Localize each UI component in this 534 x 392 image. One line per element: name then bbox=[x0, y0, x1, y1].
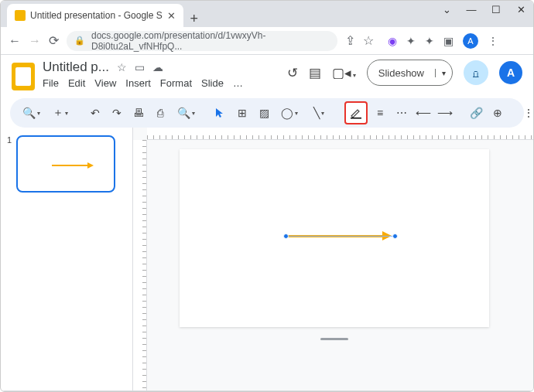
line-dash-button[interactable]: ⋯ bbox=[392, 103, 411, 123]
app-header: Untitled p... ☆ ▭ ☁ File Edit View Inser… bbox=[1, 55, 533, 90]
window-controls: ⌄ — ☐ ✕ bbox=[439, 4, 529, 15]
back-icon[interactable]: ← bbox=[9, 34, 21, 48]
menu-format[interactable]: Format bbox=[160, 77, 192, 89]
share-button[interactable]: ⩍ bbox=[464, 60, 488, 85]
slides-logo-icon[interactable] bbox=[12, 63, 35, 90]
print-button[interactable]: 🖶 bbox=[129, 103, 148, 123]
document-title[interactable]: Untitled p... bbox=[43, 60, 109, 75]
menu-file[interactable]: File bbox=[43, 77, 59, 89]
meet-video-icon[interactable]: ▢◂▾ bbox=[332, 65, 356, 81]
slideshow-label: Slideshow bbox=[368, 67, 435, 79]
slides-favicon bbox=[15, 10, 26, 21]
select-tool-button[interactable] bbox=[211, 103, 230, 123]
star-icon[interactable]: ☆ bbox=[117, 61, 127, 73]
minimize-icon[interactable]: — bbox=[464, 4, 479, 15]
menu-more[interactable]: … bbox=[233, 77, 243, 89]
selection-handle-start[interactable] bbox=[283, 233, 289, 239]
account-avatar[interactable]: A bbox=[499, 61, 522, 84]
notes-resize-handle[interactable] bbox=[320, 338, 348, 340]
forward-icon[interactable]: → bbox=[29, 34, 41, 48]
redo-button[interactable]: ↷ bbox=[108, 103, 126, 123]
slide-canvas[interactable] bbox=[180, 149, 489, 327]
extension-icon[interactable]: ✦ bbox=[406, 35, 416, 47]
extension-box-icon[interactable]: ▣ bbox=[443, 35, 454, 47]
share-url-icon[interactable]: ⇪ bbox=[345, 33, 355, 48]
arrow-shape-selected[interactable] bbox=[283, 233, 398, 239]
slideshow-button[interactable]: Slideshow ▾ bbox=[367, 60, 453, 86]
move-folder-icon[interactable]: ▭ bbox=[135, 61, 145, 73]
workspace: 1 bbox=[1, 128, 533, 390]
undo-button[interactable]: ↶ bbox=[86, 103, 104, 123]
svg-rect-0 bbox=[351, 118, 361, 119]
line-end-button[interactable]: ⟶ bbox=[436, 103, 454, 123]
canvas-area bbox=[132, 128, 533, 390]
cloud-status-icon[interactable]: ☁ bbox=[152, 61, 163, 73]
bookmark-icon[interactable]: ☆ bbox=[363, 33, 374, 48]
browser-menu-icon[interactable]: ⋮ bbox=[488, 35, 498, 47]
browser-tab[interactable]: Untitled presentation - Google S ✕ bbox=[7, 4, 183, 27]
more-tools-button[interactable]: ⋮ bbox=[519, 103, 534, 123]
chevron-down-icon[interactable]: ⌄ bbox=[439, 4, 454, 15]
zoom-button[interactable]: 🔍▾ bbox=[173, 103, 199, 123]
text-box-button[interactable]: ⊞ bbox=[233, 103, 252, 123]
selection-line bbox=[286, 236, 395, 237]
close-window-icon[interactable]: ✕ bbox=[513, 4, 529, 15]
insert-comment-button[interactable]: ⊕ bbox=[488, 103, 507, 123]
selection-handle-end[interactable] bbox=[392, 233, 398, 239]
history-icon[interactable]: ↺ bbox=[287, 65, 298, 81]
address-bar: ← → ⟳ 🔒 docs.google.com/presentation/d/1… bbox=[1, 27, 533, 55]
image-button[interactable]: ▨ bbox=[255, 103, 273, 123]
thumbnail-arrow-shape bbox=[52, 165, 89, 166]
extensions-puzzle-icon[interactable]: ✦ bbox=[425, 35, 434, 47]
lock-icon: 🔒 bbox=[74, 36, 85, 46]
insert-link-button[interactable]: 🔗 bbox=[467, 103, 485, 123]
url-input[interactable]: 🔒 docs.google.com/presentation/d/1vwxyVh… bbox=[67, 31, 337, 51]
line-color-button[interactable] bbox=[344, 101, 368, 124]
menu-view[interactable]: View bbox=[94, 77, 116, 89]
search-menu-button[interactable]: 🔍▾ bbox=[18, 103, 44, 123]
shape-button[interactable]: ◯▾ bbox=[276, 103, 303, 123]
slide-thumbnail-1[interactable] bbox=[16, 135, 115, 193]
new-tab-button[interactable]: + bbox=[183, 11, 205, 27]
new-slide-button[interactable]: ＋▾ bbox=[47, 103, 74, 123]
slide-thumbnails-panel: 1 bbox=[1, 128, 132, 390]
slideshow-dropdown-icon[interactable]: ▾ bbox=[435, 69, 452, 77]
horizontal-ruler bbox=[147, 128, 533, 140]
line-start-button[interactable]: ⟵ bbox=[414, 103, 433, 123]
close-tab-icon[interactable]: ✕ bbox=[167, 10, 176, 22]
menu-insert[interactable]: Insert bbox=[125, 77, 151, 89]
slide-number: 1 bbox=[7, 135, 12, 193]
share-person-icon: ⩍ bbox=[473, 66, 479, 80]
paint-format-button[interactable]: ⎙ bbox=[151, 103, 169, 123]
line-weight-button[interactable]: ≡ bbox=[371, 103, 389, 123]
tab-title: Untitled presentation - Google S bbox=[30, 10, 163, 21]
toolbar: 🔍▾ ＋▾ ↶ ↷ 🖶 ⎙ 🔍▾ ⊞ ▨ ◯▾ ╲▾ ≡ ⋯ ⟵ ⟶ 🔗 ⊕ ⋮… bbox=[10, 98, 524, 128]
reload-icon[interactable]: ⟳ bbox=[49, 33, 59, 48]
menu-edit[interactable]: Edit bbox=[68, 77, 85, 89]
vertical-ruler bbox=[133, 140, 147, 390]
maximize-icon[interactable]: ☐ bbox=[488, 4, 504, 15]
comments-icon[interactable]: ▤ bbox=[309, 65, 321, 81]
extension-play-icon[interactable]: ◉ bbox=[388, 35, 397, 47]
url-text: docs.google.com/presentation/d/1vwxyVh-D… bbox=[91, 30, 330, 52]
menu-slide[interactable]: Slide bbox=[201, 77, 224, 89]
line-button[interactable]: ╲▾ bbox=[306, 103, 332, 123]
browser-profile-avatar[interactable]: A bbox=[463, 33, 478, 49]
menu-bar: File Edit View Insert Format Slide … bbox=[43, 77, 243, 89]
browser-tab-strip: Untitled presentation - Google S ✕ + ⌄ —… bbox=[1, 1, 533, 27]
